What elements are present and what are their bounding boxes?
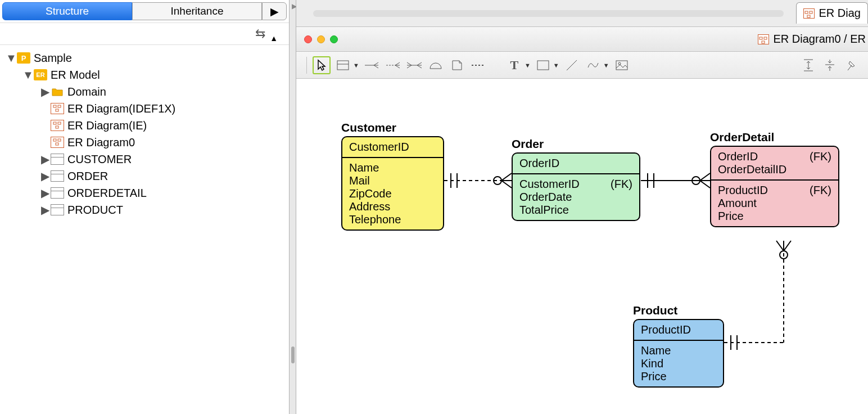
dropdown-icon[interactable]: ▼	[353, 62, 359, 69]
entity-attr: Name	[349, 161, 436, 174]
subtype-tool-icon[interactable]	[427, 56, 445, 74]
vertical-splitter[interactable]: ▶	[290, 0, 296, 414]
entity-orderdetail[interactable]: OrderID(FK) OrderDetailID ProductID(FK) …	[710, 146, 839, 227]
model-tree: ▼ P Sample ▼ ER ER Model ▶ Domain ER Dia…	[0, 45, 289, 223]
diagram-icon	[758, 34, 769, 44]
entity-pk-section: OrderID(FK) OrderDetailID	[711, 147, 838, 181]
svg-rect-11	[807, 15, 810, 17]
tab-inheritance[interactable]: Inheritance	[132, 2, 262, 20]
collapse-icon[interactable]: ▲	[270, 34, 278, 43]
svg-rect-13	[764, 37, 767, 39]
tree-label: ER Model	[51, 69, 100, 82]
svg-rect-2	[56, 109, 58, 111]
disclosure-icon[interactable]: ▶	[39, 152, 51, 166]
document-tab-er-diag[interactable]: ER Diag	[796, 2, 868, 24]
entity-attr: ProductID(FK)	[718, 184, 831, 197]
entity-pk-section: ProductID	[634, 320, 723, 341]
tree-diagram-idef1x[interactable]: ER Diagram(IDEF1X)	[2, 100, 287, 117]
text-tool-icon[interactable]: T	[505, 56, 523, 74]
tab-structure[interactable]: Structure	[2, 2, 132, 20]
entity-customer[interactable]: CustomerID Name Mail ZipCode Address Tel…	[341, 136, 444, 231]
package-icon: P	[17, 52, 30, 64]
pin-tool-icon[interactable]	[842, 56, 860, 74]
diagram-icon	[51, 120, 64, 131]
tree-table-product[interactable]: ▶ PRODUCT	[2, 201, 287, 218]
note-tool-icon[interactable]	[448, 56, 466, 74]
pointer-tool-icon[interactable]	[313, 56, 331, 74]
zoom-window-icon[interactable]	[330, 35, 338, 43]
structure-panel: Structure Inheritance ▶ ⇆ ▲ ▼ P Sample ▼…	[0, 0, 290, 414]
entity-attrs-section: Name Kind Price	[634, 341, 723, 386]
table-icon	[51, 154, 64, 165]
dropdown-icon[interactable]: ▼	[525, 62, 531, 69]
tree-label: Domain	[67, 86, 106, 98]
document-tab-strip: ER Diag	[296, 0, 868, 27]
tree-table-order[interactable]: ▶ ORDER	[2, 168, 287, 184]
diagram-canvas[interactable]: Customer CustomerID Name Mail ZipCode Ad…	[296, 79, 868, 414]
dash-line-tool-icon[interactable]	[469, 56, 487, 74]
minimize-window-icon[interactable]	[317, 35, 325, 43]
disclosure-icon[interactable]: ▶	[39, 186, 51, 200]
rect-tool-icon[interactable]	[534, 56, 552, 74]
many-many-tool-icon[interactable]	[405, 56, 423, 74]
close-window-icon[interactable]	[304, 35, 312, 43]
vgap-tool-icon[interactable]	[799, 56, 817, 74]
disclosure-icon[interactable]: ▶	[39, 169, 51, 183]
disclosure-icon[interactable]: ▼	[6, 52, 17, 65]
tree-toolbar: ⇆ ▲	[0, 22, 289, 45]
freehand-tool-icon[interactable]	[584, 56, 602, 74]
editor-area: ER Diag ER Diagram0 / ER ▼	[296, 0, 868, 414]
svg-rect-9	[805, 11, 808, 14]
table-icon	[51, 170, 64, 182]
diagram-icon	[51, 103, 64, 114]
identifying-rel-tool-icon[interactable]	[363, 56, 381, 74]
dropdown-icon[interactable]: ▼	[603, 62, 609, 69]
svg-rect-3	[53, 122, 56, 124]
vcompress-tool-icon[interactable]	[821, 56, 839, 74]
line-tool-icon[interactable]	[563, 56, 581, 74]
splitter-thumb[interactable]	[291, 346, 295, 363]
entity-product[interactable]: ProductID Name Kind Price	[633, 319, 724, 388]
tree-diagram0[interactable]: ER Diagram0	[2, 134, 287, 151]
entity-title-orderdetail: OrderDetail	[710, 130, 774, 144]
table-icon	[51, 187, 64, 199]
entity-pk-section: CustomerID	[342, 137, 443, 158]
tree-domain[interactable]: ▶ Domain	[2, 83, 287, 100]
tab-scroll-track[interactable]	[313, 10, 784, 17]
entity-order[interactable]: OrderID CustomerID(FK) OrderDate TotalPr…	[512, 152, 640, 221]
tree-table-customer[interactable]: ▶ CUSTOMER	[2, 151, 287, 168]
disclosure-icon[interactable]: ▶	[39, 85, 51, 98]
entity-attr: Address	[349, 200, 436, 213]
svg-rect-15	[337, 61, 349, 70]
svg-point-41	[780, 251, 788, 259]
entity-attr: OrderDate	[519, 191, 632, 204]
sync-icon[interactable]: ⇆	[255, 26, 265, 41]
entity-attr: CustomerID(FK)	[519, 178, 632, 191]
disclosure-icon[interactable]: ▼	[22, 69, 34, 82]
tab-more-arrow[interactable]: ▶	[262, 2, 287, 20]
entity-attr: Mail	[349, 174, 436, 187]
window-title-text: ER Diagram0 / ER	[774, 33, 866, 46]
image-tool-icon[interactable]	[613, 56, 631, 74]
disclosure-icon[interactable]: ▶	[39, 203, 51, 217]
tree-root-sample[interactable]: ▼ P Sample	[2, 50, 287, 66]
dropdown-icon[interactable]: ▼	[553, 62, 559, 69]
entity-attr: Price	[641, 370, 716, 383]
document-tab-label: ER Diag	[819, 7, 861, 20]
tree-label: ER Diagram0	[67, 136, 135, 149]
svg-rect-6	[53, 139, 56, 141]
entity-title-customer: Customer	[341, 121, 396, 134]
svg-rect-4	[58, 122, 61, 124]
tree-diagram-ie[interactable]: ER Diagram(IE)	[2, 117, 287, 134]
tree-er-model[interactable]: ▼ ER ER Model	[2, 66, 287, 83]
entity-attrs-section: ProductID(FK) Amount Price	[711, 181, 838, 226]
tree-table-orderdetail[interactable]: ▶ ORDERDETAIL	[2, 184, 287, 201]
entity-attr: Amount	[718, 197, 831, 210]
entity-tool-icon[interactable]	[334, 56, 352, 74]
tree-label: ER Diagram(IDEF1X)	[67, 102, 175, 115]
panel-tabs: Structure Inheritance ▶	[0, 0, 289, 22]
nonidentifying-rel-tool-icon[interactable]	[384, 56, 402, 74]
entity-attr: Kind	[641, 357, 716, 370]
traffic-lights	[304, 35, 338, 43]
entity-attrs-section: Name Mail ZipCode Address Telephone	[342, 158, 443, 230]
